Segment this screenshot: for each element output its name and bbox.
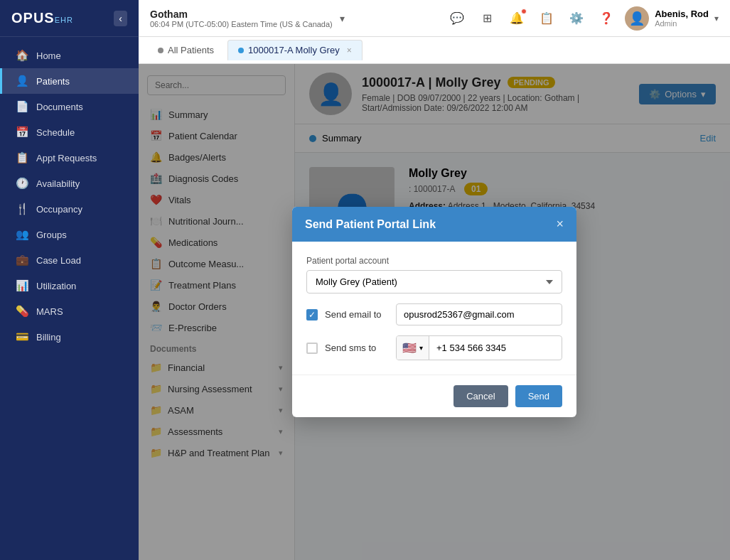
modal-footer: Cancel Send	[292, 375, 576, 417]
user-name: Abenis, Rod	[655, 9, 709, 19]
tab-label: All Patients	[168, 45, 214, 55]
send-email-label: Send email to	[325, 309, 389, 320]
clinic-name: Gotham	[150, 9, 333, 20]
tab-dot	[158, 48, 163, 53]
sidebar-item-mars[interactable]: 💊 MARS	[0, 298, 139, 324]
sidebar-item-patients[interactable]: 👤 Patients	[0, 68, 139, 94]
home-icon: 🏠	[15, 49, 29, 62]
topbar: Gotham 06:04 PM (UTC-05:00) Eastern Time…	[139, 0, 730, 37]
back-button[interactable]: ‹	[114, 11, 127, 26]
notification-badge	[521, 9, 527, 14]
sidebar-item-label: Occupancy	[36, 204, 82, 215]
send-email-checkbox[interactable]: ✓	[306, 309, 318, 321]
tab-close-button[interactable]: ×	[347, 45, 352, 55]
sidebar-item-label: Schedule	[36, 127, 75, 138]
flag-icon: 🇺🇸	[402, 341, 417, 355]
sidebar-item-appt-requests[interactable]: 📋 Appt Requests	[0, 145, 139, 171]
sidebar-item-label: Availability	[36, 178, 80, 189]
modal-body: Patient portal account Molly Grey (Patie…	[292, 242, 576, 375]
tab-molly-grey[interactable]: 1000017-A Molly Grey ×	[227, 40, 363, 60]
clipboard-icon[interactable]: 📋	[535, 7, 558, 30]
modal-title: Send Patient Portal Link	[305, 218, 436, 231]
clinic-info: Gotham 06:04 PM (UTC-05:00) Eastern Time…	[150, 9, 333, 28]
bell-icon[interactable]: 🔔	[505, 7, 528, 30]
sidebar-item-label: Groups	[36, 230, 67, 240]
modal-header: Send Patient Portal Link ×	[292, 207, 576, 242]
modal-overlay: Send Patient Portal Link × Patient porta…	[139, 64, 730, 560]
flag-dropdown-icon: ▾	[419, 344, 423, 352]
case-load-icon: 💼	[15, 254, 29, 266]
sidebar-nav: 🏠 Home 👤 Patients 📄 Documents 📅 Schedule…	[0, 37, 139, 560]
sidebar-item-occupancy[interactable]: 🍴 Occupancy	[0, 196, 139, 222]
logo-text: OPUSEHR	[11, 10, 73, 26]
send-sms-label: Send sms to	[325, 343, 389, 353]
utilization-icon: 📊	[15, 279, 29, 292]
tab-all-patients[interactable]: All Patients	[147, 40, 225, 60]
content-area: 📊 Summary 📅 Patient Calendar 🔔 Badges/Al…	[139, 64, 730, 560]
groups-icon: 👥	[15, 228, 29, 241]
modal-send-portal-link: Send Patient Portal Link × Patient porta…	[292, 207, 576, 417]
send-sms-checkbox[interactable]	[306, 343, 318, 354]
checkmark-icon: ✓	[308, 310, 316, 320]
sidebar-logo: OPUSEHR ‹	[0, 0, 139, 37]
sidebar: OPUSEHR ‹ 🏠 Home 👤 Patients 📄 Documents …	[0, 0, 139, 560]
billing-icon: 💳	[15, 330, 29, 343]
gear-icon[interactable]: ⚙️	[565, 7, 588, 30]
schedule-icon: 📅	[15, 126, 29, 139]
user-info[interactable]: 👤 Abenis, Rod Admin ▾	[625, 6, 719, 31]
avatar: 👤	[625, 6, 649, 31]
topbar-icons: 💬 ⊞ 🔔 📋 ⚙️ ❓ 👤 Abenis, Rod Admin ▾	[446, 6, 719, 31]
availability-icon: 🕐	[15, 177, 29, 190]
sidebar-item-billing[interactable]: 💳 Billing	[0, 324, 139, 350]
send-button[interactable]: Send	[515, 385, 562, 407]
country-flag-select[interactable]: 🇺🇸 ▾	[397, 336, 429, 360]
help-icon[interactable]: ❓	[595, 7, 618, 30]
occupancy-icon: 🍴	[15, 203, 29, 215]
chat-icon[interactable]: 💬	[446, 7, 468, 30]
sidebar-item-label: Appt Requests	[36, 153, 97, 163]
phone-input[interactable]	[429, 338, 562, 358]
sidebar-item-label: Billing	[36, 332, 61, 343]
grid-icon[interactable]: ⊞	[476, 7, 498, 30]
clinic-dropdown-icon[interactable]: ▾	[340, 13, 345, 24]
tab-label-active: 1000017-A Molly Grey	[248, 45, 340, 55]
tab-dot-active	[238, 48, 244, 53]
email-input[interactable]	[396, 303, 562, 325]
documents-icon: 📄	[15, 100, 29, 113]
sidebar-item-label: Documents	[36, 102, 83, 112]
tabbar: All Patients 1000017-A Molly Grey ×	[139, 37, 730, 64]
account-label: Patient portal account	[306, 256, 562, 266]
main-area: Gotham 06:04 PM (UTC-05:00) Eastern Time…	[139, 0, 730, 560]
sidebar-item-documents[interactable]: 📄 Documents	[0, 94, 139, 119]
sidebar-item-label: Case Load	[36, 255, 81, 266]
sidebar-item-groups[interactable]: 👥 Groups	[0, 222, 139, 247]
patient-account-select[interactable]: Molly Grey (Patient)	[306, 270, 562, 294]
phone-row: 🇺🇸 ▾	[396, 335, 562, 360]
cancel-button[interactable]: Cancel	[453, 385, 508, 407]
sidebar-item-home[interactable]: 🏠 Home	[0, 43, 139, 68]
send-sms-row: Send sms to 🇺🇸 ▾	[306, 335, 562, 360]
sidebar-item-case-load[interactable]: 💼 Case Load	[0, 247, 139, 273]
send-email-row: ✓ Send email to	[306, 303, 562, 325]
sidebar-item-label: Utilization	[36, 281, 76, 291]
sidebar-item-utilization[interactable]: 📊 Utilization	[0, 273, 139, 298]
patients-icon: 👤	[15, 75, 29, 87]
appt-icon: 📋	[15, 151, 29, 164]
modal-close-button[interactable]: ×	[556, 217, 564, 232]
sidebar-item-label: Patients	[36, 76, 70, 87]
user-details: Abenis, Rod Admin	[655, 9, 709, 28]
sidebar-item-label: Home	[36, 50, 61, 61]
sidebar-item-label: MARS	[36, 306, 63, 317]
clinic-time: 06:04 PM (UTC-05:00) Eastern Time (US & …	[150, 20, 333, 28]
mars-icon: 💊	[15, 305, 29, 318]
user-dropdown-icon[interactable]: ▾	[714, 14, 719, 23]
sidebar-item-schedule[interactable]: 📅 Schedule	[0, 119, 139, 145]
user-role: Admin	[655, 19, 709, 28]
sidebar-item-availability[interactable]: 🕐 Availability	[0, 171, 139, 196]
